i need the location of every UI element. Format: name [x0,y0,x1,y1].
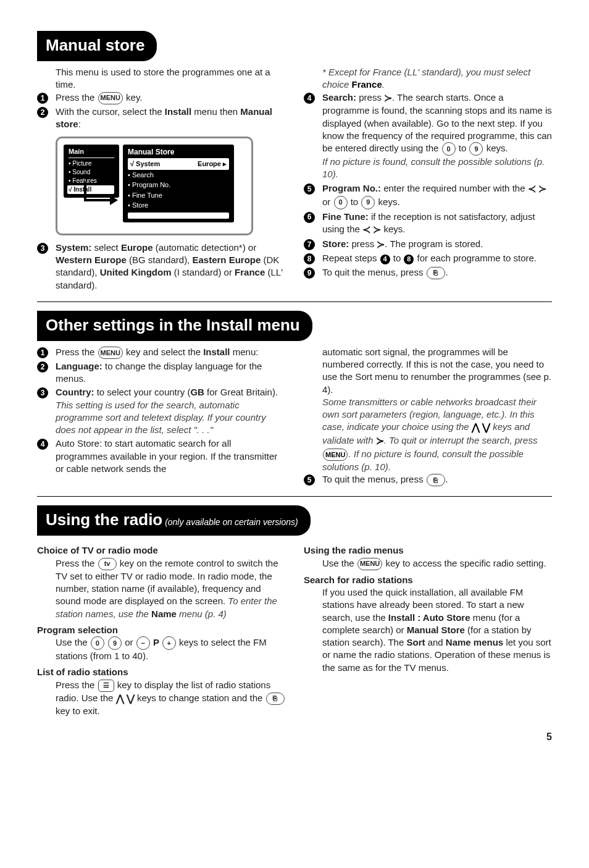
step-number-1: 1 [37,93,48,104]
rp2a: Use the [56,637,90,647]
menu-main-title: Main [69,147,114,158]
os1-c: menu: [230,347,259,357]
os-ri-d: . If no picture is found, consult the po… [322,449,524,472]
radio-right-p1: Use the MENU key to access the specific … [304,557,552,570]
s5-bold: Program No.: [322,183,381,193]
right-arrow-icon: ≻ [376,436,384,446]
os3-bold-a: Country: [56,387,94,397]
s8-text-a: Repeat steps [322,253,380,263]
s7-text-b: . The program is stored. [385,238,483,249]
radio-p1: Press the tv key on the remote control t… [37,557,285,620]
s9-text-b: . [446,267,448,277]
s7-text-a: press [349,238,377,249]
key-9-icon: 9 [361,196,375,209]
rp1bold: Name [151,609,177,619]
step-number-2: 2 [37,361,48,373]
os1-bold: Install [203,347,230,357]
right-arrow-icon: ≻ [384,93,392,103]
rrb1: Install : Auto Store [388,612,470,623]
radio-right-h2: Search for radio stations [304,574,552,586]
down-arrow-icon: ⋁ [482,423,490,433]
s8-text-b: for each programme to store. [414,253,537,263]
s5-mid: to [348,196,361,207]
s4-italic: If no picture is found, consult the poss… [322,156,552,181]
right-arrow-icon: ≻ [377,239,385,250]
os5-text-b: . [446,474,448,484]
step-1-suffix: key. [123,92,143,103]
step-2-text-b: menu then [191,106,240,117]
key-0-icon: 0 [91,636,104,650]
step-2-text-c: : [78,119,81,129]
plus-key-icon: + [162,636,176,650]
step-number-5: 5 [304,183,315,195]
left-arrow-icon: ≺ [362,224,370,235]
up-arrow-icon: ⋀ [116,693,124,704]
radio-right-p2: If you used the quick installation, all … [304,586,552,674]
rp1ib: menu (p. 4) [177,609,227,619]
menu-diagram: Main • Picture • Sound • Features √ Inst… [56,137,253,235]
radio-p2: Use the 0 9 or − P + keys to select the … [37,636,285,662]
os5-text-a: To quit the menus, press [322,474,426,484]
menu-key-icon: MENU [323,449,348,461]
section-divider [37,301,552,302]
radio-title-b: (only available on certain versions) [162,517,298,527]
france-note: * Except for France (LL' standard), you … [304,66,552,91]
rp2b: or [122,637,136,647]
menu-sub-item-selected: √ System Europe ▸ [128,158,229,170]
step-number-8: 8 [304,253,315,264]
os2-bold: Language: [56,361,102,371]
section-title-manual-store: Manual store [37,31,157,61]
os-right-cont: automatic sort signal, the programmes wi… [304,346,552,396]
radio-h2: Program selection [37,624,285,636]
exit-key-icon: ⎘ [266,693,285,705]
rrp1b: key to access the specific radio setting… [383,558,546,568]
rp3c: keys to change station and the [135,693,265,703]
key-0-icon: 0 [442,142,456,156]
menu-sub-title: Manual Store [128,147,229,158]
step-number-1: 1 [37,347,48,358]
step-3-bold-a: System: [56,242,91,253]
step-3-text-b: (automatic detection*) or [153,242,257,253]
os1-b: key and select the [123,347,203,357]
rrp1a: Use the [322,558,357,568]
step-3-bold-e: United Kingdom [100,267,172,277]
key-9-icon: 9 [469,142,483,156]
radio-h1: Choice of TV or radio mode [37,544,285,557]
step-number-7: 7 [304,239,315,250]
section-title-radio: Using the radio (only available on certa… [37,505,311,536]
s9-text-a: To quit the menus, press [322,267,426,277]
left-arrow-icon: ≺ [528,183,536,194]
step-3-bold-c: Western Europe [56,255,127,265]
exit-key-icon: ⎘ [427,267,445,279]
menu-sub-sel-right: Europe ▸ [198,159,227,169]
right-arrow-icon: ≻ [538,183,546,194]
step-number-2: 2 [37,107,48,118]
step-3-bold-f: France [235,267,265,277]
menu-arrow-icon [82,182,119,213]
menu-sub-item: • Fine Tune [128,190,229,201]
rrb3: Sort [406,637,425,647]
s5-text-b: or [322,196,333,207]
s7-bold: Store: [322,238,349,249]
section-divider [37,496,552,497]
section-title-other-settings: Other settings in the Install menu [37,311,312,341]
menu-main-item: • Picture [69,159,114,168]
step-3-bold-d: Eastern Europe [192,255,261,265]
rp2p: P [151,637,162,647]
step-number-3: 3 [37,387,48,398]
rp3a: Press the [56,680,98,690]
s8-mid: to [391,253,404,263]
step-number-9: 9 [304,268,315,279]
step-3-text-c: (BG standard), [127,255,193,265]
os1-a: Press the [56,347,98,357]
step-2-text-a: With the cursor, select the [56,106,165,117]
menu-key-icon: MENU [357,558,382,570]
os-ri-c: . To quit or interrupt the search, press [384,435,538,445]
os4-text: Auto Store: to start automatic search fo… [56,438,277,474]
step-ref-4: 4 [380,255,390,264]
step-number-6: 6 [304,212,315,223]
radio-p3: Press the ☰ key to display the list of r… [37,679,285,718]
minus-key-icon: − [136,636,150,650]
os3-text-a: to select your country ( [94,387,191,397]
list-key-icon: ☰ [98,680,114,692]
